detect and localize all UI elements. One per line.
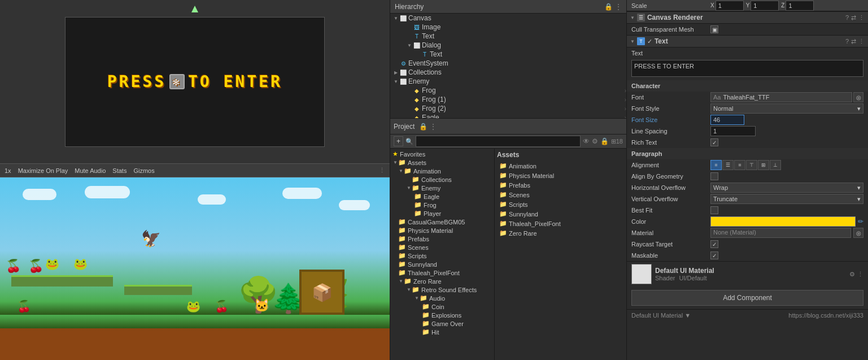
lock2-icon[interactable]: 🔒 <box>600 137 609 145</box>
text-settings-icon[interactable]: ⇄ <box>851 38 856 45</box>
material-select-btn[interactable]: ◎ <box>853 228 863 238</box>
hierarchy-dialog-text[interactable]: T Text <box>390 50 626 59</box>
add-component-button[interactable]: Add Component <box>631 290 863 306</box>
asset-sunnyland[interactable]: 📁 Sunnyland <box>497 209 624 219</box>
scale-y-input[interactable] <box>751 1 779 11</box>
align-right-btn[interactable]: ≡ <box>734 160 745 170</box>
hierarchy-text[interactable]: T Text <box>390 32 626 41</box>
add-button[interactable]: + <box>394 136 403 146</box>
asset-thaleah[interactable]: 📁 Thaleah_PixelFont <box>497 219 624 228</box>
folder-explosions[interactable]: 📁 Explosions <box>390 311 494 319</box>
hierarchy-collections[interactable]: ▶ ⬜ Collections <box>390 68 626 77</box>
mute-audio-label[interactable]: Mute Audio <box>75 167 106 174</box>
folder-thaleah[interactable]: 📁 Thaleah_PixelFont <box>390 268 494 277</box>
color-swatch[interactable] <box>710 216 856 227</box>
text-menu-icon[interactable]: ⋮ <box>858 38 865 45</box>
folder-bgm[interactable]: 📁 CasualGameBGM05 <box>390 218 494 226</box>
favorites-section[interactable]: ★ Favorites <box>390 150 494 158</box>
bottom-url[interactable]: https://blog.csdn.net/xiji333 <box>788 312 863 319</box>
canvas-help-icon[interactable]: ? <box>845 14 849 21</box>
menu-icon[interactable]: ⋮ <box>615 3 622 11</box>
toolbar-menu-icon[interactable]: ⋮ <box>379 167 385 174</box>
material-menu-icon[interactable]: ⋮ <box>857 271 863 278</box>
folder-zerorare[interactable]: ▼ 📁 Zero Rare <box>390 277 494 285</box>
folder-enemy[interactable]: ▼ 📁 Enemy <box>390 184 494 192</box>
folder-player[interactable]: 📁 Player <box>390 209 494 218</box>
hierarchy-frog2[interactable]: ◆ Frog (2) › <box>390 104 626 113</box>
raycast-checkbox[interactable]: ✓ <box>710 240 718 248</box>
project-search-input[interactable] <box>416 136 581 147</box>
folder-physics[interactable]: 📁 Physics Material <box>390 226 494 235</box>
folder-frog[interactable]: 📁 Frog <box>390 201 494 209</box>
align-geo-checkbox[interactable] <box>710 172 718 180</box>
material-icons: ⚙ ⋮ <box>849 271 863 278</box>
folder-eagle[interactable]: 📁 Eagle <box>390 192 494 201</box>
hierarchy-canvas[interactable]: ▼ ⬜ Canvas <box>390 14 626 23</box>
eye-icon[interactable]: 👁 <box>583 137 590 145</box>
line-spacing-input[interactable] <box>710 126 756 136</box>
maximize-label[interactable]: Maximize On Play <box>18 167 68 174</box>
rich-text-checkbox[interactable]: ✓ <box>710 138 718 146</box>
asset-scenes[interactable]: 📁 Scenes <box>497 190 624 199</box>
bottom-material-label[interactable]: Default UI Material ▼ <box>631 312 691 319</box>
hierarchy-frog[interactable]: ◆ Frog › <box>390 86 626 95</box>
folder-animation[interactable]: ▼ 📁 Animation <box>390 167 494 175</box>
folder-gameover[interactable]: 📁 Game Over <box>390 319 494 328</box>
scale-x-input[interactable] <box>716 1 744 11</box>
asset-prefabs[interactable]: 📁 Prefabs <box>497 180 624 190</box>
folder-collections[interactable]: 📁 Collections <box>390 175 494 184</box>
hierarchy-frog1[interactable]: ◆ Frog (1) › <box>390 95 626 104</box>
lock-icon-project[interactable]: 🔒 <box>419 123 428 131</box>
folder-audio[interactable]: ▼ 📁 Audio <box>390 294 494 302</box>
canvas-menu-icon[interactable]: ⋮ <box>858 14 865 21</box>
material-help-icon[interactable]: ⚙ <box>849 271 855 278</box>
folder-scripts[interactable]: 📁 Scripts <box>390 251 494 260</box>
canvas-settings-icon[interactable]: ⇄ <box>851 14 856 21</box>
hierarchy-eagle[interactable]: ◆ Eagle › <box>390 113 626 119</box>
folder-coin[interactable]: 📁 Coin <box>390 302 494 311</box>
align-top-btn[interactable]: ⊤ <box>746 160 757 170</box>
settings-icon[interactable]: ⚙ <box>592 137 598 145</box>
best-fit-checkbox[interactable] <box>710 206 718 214</box>
best-fit-row: Best Fit <box>627 205 868 216</box>
asset-animation[interactable]: 📁 Animation <box>497 161 624 171</box>
align-bottom-btn[interactable]: ⊥ <box>770 160 781 170</box>
h-overflow-dropdown[interactable]: Wrap ▾ <box>710 183 863 193</box>
align-center-btn[interactable]: ☰ <box>722 160 734 170</box>
folder-hit[interactable]: 📁 Hit <box>390 328 494 336</box>
press-e-label: PRESS ✻ TO ENTER <box>107 72 282 91</box>
scale-z-input[interactable] <box>786 1 814 11</box>
text-value-display[interactable]: PRESS E TO ENTER <box>631 60 863 77</box>
align-left-btn[interactable]: ≡ <box>710 160 722 170</box>
cull-checkbox[interactable]: ▣ <box>710 25 718 33</box>
canvas-renderer-arrow[interactable]: ▼ <box>630 15 635 20</box>
project-panel: Project 🔒 ⋮ + 🔍 👁 ⚙ 🔒 ⊞18 ★ Favorites <box>390 119 626 360</box>
hierarchy-enemy[interactable]: ▼ ⬜ Enemy <box>390 77 626 86</box>
folder-sunnyland[interactable]: 📁 Sunnyland <box>390 260 494 268</box>
asset-scripts[interactable]: 📁 Scripts <box>497 199 624 209</box>
asset-physics[interactable]: 📁 Physics Material <box>497 171 624 180</box>
assets-root[interactable]: ▼ 📁 Assets <box>390 158 494 167</box>
text-section-check[interactable]: ✓ <box>647 38 652 45</box>
font-style-dropdown[interactable]: Normal ▾ <box>710 103 863 114</box>
v-overflow-dropdown[interactable]: Truncate ▾ <box>710 194 863 204</box>
lock-icon[interactable]: 🔒 <box>604 3 613 11</box>
folder-scenes[interactable]: 📁 Scenes <box>390 243 494 251</box>
hierarchy-dialog[interactable]: ▼ ⬜ Dialog <box>390 41 626 50</box>
folder-retro[interactable]: ▼ 📁 Retro Sound Effects <box>390 285 494 294</box>
align-middle-btn[interactable]: ⊞ <box>758 160 769 170</box>
hierarchy-eventsystem[interactable]: ⚙ EventSystem <box>390 59 626 68</box>
folder-prefabs[interactable]: 📁 Prefabs <box>390 235 494 243</box>
text-section-arrow[interactable]: ▼ <box>630 39 635 44</box>
project-menu-icon[interactable]: ⋮ <box>430 123 437 131</box>
text-help-icon[interactable]: ? <box>845 38 849 45</box>
collections-folder-label: Collections <box>421 176 452 183</box>
color-edit-icon[interactable]: ✏ <box>858 218 863 225</box>
maskable-checkbox[interactable]: ✓ <box>710 251 718 259</box>
gizmos-label[interactable]: Gizmos <box>133 167 154 174</box>
font-select-btn[interactable]: ◎ <box>853 92 863 102</box>
stats-label[interactable]: Stats <box>112 167 127 174</box>
asset-zerorare[interactable]: 📁 Zero Rare <box>497 228 624 238</box>
hierarchy-image[interactable]: 🖼 Image <box>390 23 626 32</box>
font-size-input[interactable] <box>710 115 744 125</box>
